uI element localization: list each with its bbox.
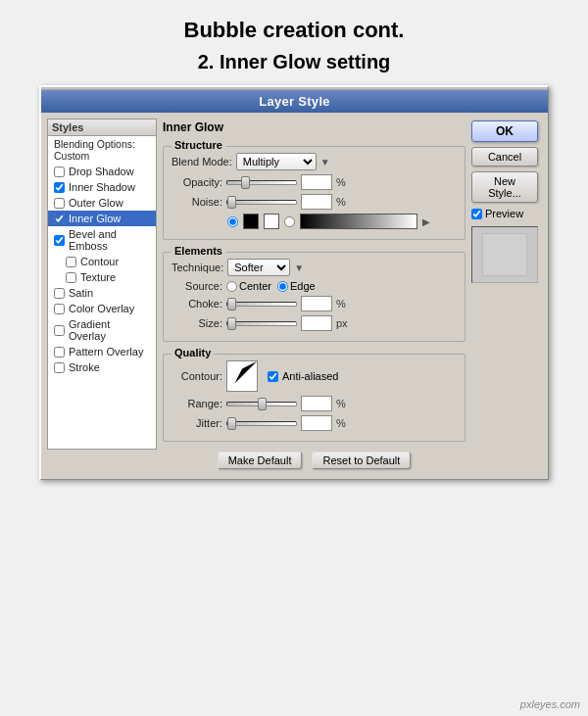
- jitter-row: Jitter: 0 %: [172, 415, 457, 431]
- styles-item-label: Gradient Overlay: [69, 318, 150, 342]
- preview-label-row: Preview: [471, 208, 542, 219]
- range-input[interactable]: 50: [301, 396, 332, 411]
- color-swatch-white[interactable]: [264, 214, 279, 229]
- inner-glow-checkbox[interactable]: [54, 214, 65, 224]
- gradient-overlay-checkbox[interactable]: [54, 325, 65, 336]
- gradient-strip[interactable]: [300, 214, 417, 229]
- reset-to-default-button[interactable]: Reset to Default: [312, 452, 411, 469]
- size-unit: px: [336, 317, 348, 329]
- styles-item-label: Bevel and Emboss: [69, 228, 150, 252]
- new-style-button[interactable]: New Style...: [471, 171, 538, 203]
- dialog-titlebar: Layer Style: [41, 90, 548, 113]
- styles-panel: Styles Blending Options: Custom Drop Sha…: [47, 119, 157, 473]
- size-label: Size:: [172, 317, 222, 329]
- choke-unit: %: [336, 298, 346, 310]
- blend-mode-arrow-icon: ▼: [320, 157, 330, 167]
- styles-item-bevelandemboss[interactable]: Bevel and Emboss: [48, 226, 156, 254]
- inner-shadow-checkbox[interactable]: [54, 182, 65, 193]
- size-row: Size: 0 px: [172, 315, 457, 331]
- preview-checkbox[interactable]: [471, 209, 482, 219]
- noise-unit: %: [336, 196, 346, 208]
- color-swatch-black[interactable]: [243, 214, 259, 229]
- cancel-button[interactable]: Cancel: [471, 147, 538, 167]
- styles-item-satin[interactable]: Satin: [48, 285, 156, 301]
- styles-item-blending[interactable]: Blending Options: Custom: [48, 136, 156, 164]
- satin-checkbox[interactable]: [54, 288, 65, 299]
- opacity-row: Opacity: 23 %: [172, 174, 457, 190]
- structure-group: Structure Blend Mode: Multiply Normal Sc…: [163, 146, 466, 240]
- styles-item-patternoverlay[interactable]: Pattern Overlay: [48, 344, 156, 359]
- blend-mode-row: Blend Mode: Multiply Normal Screen Overl…: [172, 153, 457, 170]
- jitter-input[interactable]: 0: [301, 415, 332, 431]
- texture-checkbox[interactable]: [66, 272, 76, 283]
- jitter-slider[interactable]: [226, 421, 297, 426]
- noise-label: Noise:: [172, 196, 222, 208]
- range-unit: %: [336, 398, 346, 409]
- color-type-solid-radio[interactable]: [227, 216, 238, 227]
- styles-list-header: Styles: [47, 119, 157, 136]
- styles-item-coloroverlay[interactable]: Color Overlay: [48, 301, 156, 316]
- styles-item-innerglow[interactable]: Inner Glow: [48, 211, 156, 226]
- choke-row: Choke: 0 %: [172, 296, 457, 311]
- size-slider[interactable]: [226, 321, 297, 326]
- watermark: pxleyes.com: [520, 698, 580, 710]
- opacity-slider[interactable]: [226, 180, 297, 185]
- contour-thumbnail[interactable]: [226, 360, 258, 392]
- outer-glow-checkbox[interactable]: [54, 198, 65, 209]
- source-center-radio[interactable]: [226, 281, 237, 292]
- bevel-emboss-checkbox[interactable]: [54, 235, 65, 246]
- styles-list[interactable]: Blending Options: Custom Drop Shadow Inn…: [47, 136, 157, 450]
- blend-mode-select[interactable]: Multiply Normal Screen Overlay: [236, 153, 317, 170]
- styles-item-texture[interactable]: Texture: [48, 269, 156, 285]
- styles-item-dropshadow[interactable]: Drop Shadow: [48, 164, 156, 179]
- contour-checkbox[interactable]: [66, 257, 76, 267]
- range-row: Range: 50 %: [172, 396, 457, 411]
- choke-input[interactable]: 0: [301, 296, 332, 311]
- source-center-label[interactable]: Center: [226, 280, 271, 292]
- technique-row: Technique: Softer Precise ▼: [172, 259, 457, 276]
- jitter-unit: %: [336, 417, 346, 429]
- ok-button[interactable]: OK: [471, 120, 538, 142]
- source-edge-radio[interactable]: [277, 281, 288, 292]
- styles-item-gradientoverlay[interactable]: Gradient Overlay: [48, 316, 156, 344]
- size-input[interactable]: 0: [301, 315, 332, 331]
- preview-label: Preview: [485, 208, 523, 219]
- opacity-unit: %: [336, 176, 346, 188]
- structure-title: Structure: [172, 139, 225, 151]
- styles-item-outerglow[interactable]: Outer Glow: [48, 195, 156, 211]
- inner-glow-header: Inner Glow: [163, 120, 466, 134]
- styles-item-label: Inner Shadow: [69, 181, 135, 193]
- blend-mode-label: Blend Mode:: [172, 156, 232, 167]
- technique-label: Technique:: [172, 262, 223, 273]
- range-label: Range:: [172, 398, 222, 409]
- elements-title: Elements: [172, 245, 225, 257]
- choke-slider[interactable]: [226, 302, 297, 307]
- settings-panel: Inner Glow Structure Blend Mode: Multipl…: [163, 119, 466, 473]
- page-title: Bubble creation cont.: [0, 0, 588, 51]
- opacity-input[interactable]: 23: [301, 174, 332, 190]
- antialiased-checkbox[interactable]: [268, 371, 278, 382]
- preview-box: [471, 226, 538, 283]
- contour-row: Contour: Anti-aliased: [172, 360, 457, 392]
- styles-item-label: Inner Glow: [69, 213, 121, 224]
- antialiased-label: Anti-aliased: [282, 370, 338, 382]
- technique-select[interactable]: Softer Precise: [227, 259, 290, 276]
- pattern-overlay-checkbox[interactable]: [54, 347, 65, 358]
- source-edge-label[interactable]: Edge: [277, 280, 316, 292]
- color-overlay-checkbox[interactable]: [54, 304, 65, 314]
- styles-item-stroke[interactable]: Stroke: [48, 359, 156, 375]
- noise-slider[interactable]: [226, 200, 297, 205]
- make-default-button[interactable]: Make Default: [218, 452, 303, 469]
- styles-item-label: Outer Glow: [69, 197, 123, 209]
- styles-item-label: Contour: [80, 256, 119, 267]
- styles-item-innershadow[interactable]: Inner Shadow: [48, 179, 156, 195]
- noise-input[interactable]: 0: [301, 194, 332, 210]
- source-radio-group: Center Edge: [226, 280, 316, 292]
- stroke-checkbox[interactable]: [54, 362, 65, 373]
- range-slider[interactable]: [226, 402, 297, 406]
- color-type-gradient-radio[interactable]: [284, 216, 295, 227]
- color-row: ▶: [172, 214, 457, 229]
- antialiased-row: Anti-aliased: [268, 370, 338, 382]
- drop-shadow-checkbox[interactable]: [54, 167, 65, 177]
- styles-item-contour[interactable]: Contour: [48, 254, 156, 269]
